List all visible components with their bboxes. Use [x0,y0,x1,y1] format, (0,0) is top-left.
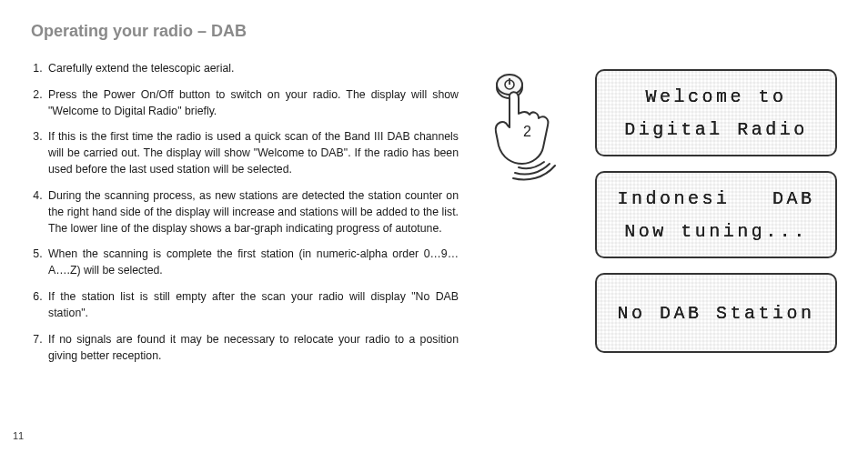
instruction-item: If no signals are found it may be necess… [45,332,459,365]
instruction-item: Press the Power On/Off button to switch … [45,87,459,120]
lcd-line: Now tuning... [624,217,808,245]
lcd-screen-tuning: Indonesi DAB Now tuning... [595,171,837,258]
instruction-item: If the station list is still empty after… [45,289,459,322]
instruction-item: When the scanning is complete the first … [45,247,459,279]
instruction-list: Carefully extend the telescopic aerial. … [31,61,459,364]
lcd-line: Welcome to [645,83,786,110]
lcd-line: Digital Radio [624,116,808,143]
lcd-screen-nostation: No DAB Station [595,273,837,353]
instruction-item: If this is the first time the radio is u… [45,129,459,177]
lcd-line: No DAB Station [617,299,814,327]
page-title: Operating your radio – DAB [31,22,459,41]
instruction-item: During the scanning process, as new stat… [45,188,459,237]
step-number: 2 [523,124,531,139]
page-number: 11 [13,430,24,441]
lcd-line: Indonesi DAB [617,185,814,212]
instruction-item: Carefully extend the telescopic aerial. [45,61,459,77]
press-button-illustration: 2 [482,73,573,186]
lcd-screen-welcome: Welcome to Digital Radio [595,69,837,156]
